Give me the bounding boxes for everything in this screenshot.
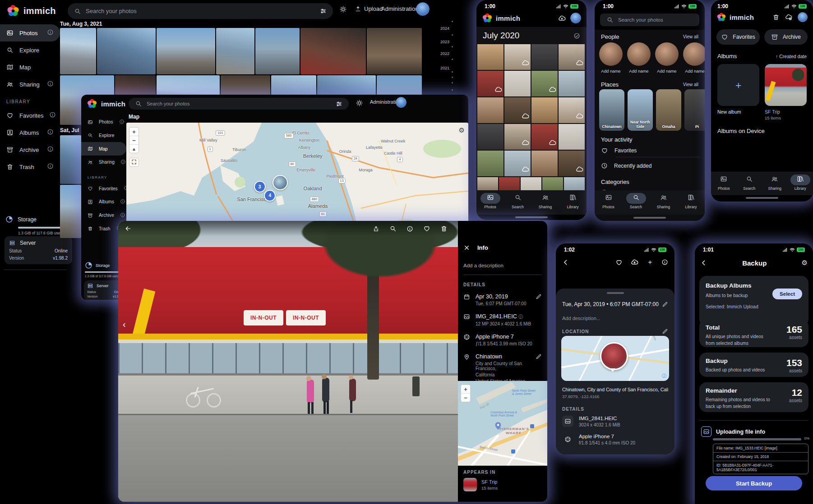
heart-icon[interactable] <box>615 259 623 266</box>
place-card[interactable]: Chinatown <box>599 89 624 131</box>
info-icon[interactable] <box>120 199 125 205</box>
sidebar-item-trash[interactable]: Trash <box>0 158 60 175</box>
photo-thumbnail[interactable] <box>97 28 156 74</box>
person-item[interactable]: Add name <box>655 42 679 78</box>
nav-item-photos[interactable]: Photos <box>476 193 504 209</box>
nav-item-library[interactable]: Library <box>788 174 813 191</box>
user-avatar[interactable] <box>396 97 406 108</box>
photo-thumbnail[interactable] <box>477 71 504 96</box>
info-icon[interactable] <box>47 80 54 88</box>
info-icon[interactable] <box>47 29 54 37</box>
recently-added-row[interactable]: Recently added <box>601 162 698 169</box>
info-icon[interactable] <box>406 225 413 232</box>
scrubber-year[interactable]: 2022 <box>440 51 449 56</box>
theme-toggle-icon[interactable] <box>356 99 363 107</box>
search-input[interactable]: Search your photos <box>129 98 349 110</box>
photo-thumbnail[interactable] <box>504 44 531 70</box>
photo-map-marker[interactable] <box>600 342 628 370</box>
map-cluster-marker[interactable]: 3 <box>254 181 266 192</box>
zoom-out-button[interactable]: − <box>129 136 139 144</box>
photo-thumbnail[interactable] <box>477 97 504 123</box>
nav-item-library[interactable]: Library <box>677 193 705 209</box>
sidebar-item-map[interactable]: Map <box>0 59 60 76</box>
nav-item-search[interactable]: Search <box>622 193 650 209</box>
info-icon[interactable] <box>47 146 54 154</box>
edit-pencil-icon[interactable] <box>662 328 668 334</box>
photo-thumbnail[interactable] <box>531 124 558 150</box>
people-view-all-link[interactable]: View all <box>683 34 698 39</box>
search-input[interactable]: Search your photos <box>600 14 699 26</box>
nav-item-sharing[interactable]: Sharing <box>762 174 788 191</box>
info-icon[interactable] <box>119 119 125 125</box>
detail-location-row[interactable]: Chinatown City and County of San Francis… <box>458 346 547 384</box>
photo-thumbnail[interactable] <box>216 28 254 74</box>
places-view-all-link[interactable]: View all <box>683 82 698 87</box>
appears-in-album[interactable]: SF Trip 15 items <box>463 478 498 491</box>
user-avatar[interactable] <box>416 2 430 16</box>
sidebar-item-sharing[interactable]: Sharing <box>81 156 126 169</box>
sidebar-item-map[interactable]: Map <box>81 142 126 156</box>
photo-thumbnail[interactable] <box>504 97 531 123</box>
sidebar-item-photos[interactable]: Photos <box>81 115 126 129</box>
favorites-button[interactable]: Favorites <box>716 29 760 45</box>
album-tile-sftrip[interactable]: SF Trip 15 items <box>765 64 807 120</box>
sidebar-item-explore[interactable]: Explore <box>0 41 60 59</box>
scrubber-year[interactable]: 2023 <box>440 40 449 44</box>
place-card[interactable]: Near North Side <box>628 89 653 131</box>
photo-thumbnail[interactable] <box>559 124 585 150</box>
compass-button[interactable]: ▲ <box>129 144 139 153</box>
photo-thumbnail[interactable] <box>559 71 585 96</box>
back-icon[interactable] <box>125 225 132 232</box>
add-name-label[interactable]: Add name <box>655 69 679 73</box>
zoom-in-button[interactable]: + <box>129 128 139 136</box>
location-map[interactable]: +− FISHERMAN'SWHARF Beach Street Pier 45… <box>458 381 547 466</box>
select-button[interactable]: Select <box>772 289 802 299</box>
new-album-tile[interactable]: ＋ New album <box>717 64 759 120</box>
info-icon[interactable] <box>120 212 125 219</box>
heart-icon[interactable] <box>423 225 430 232</box>
favorites-row[interactable]: Favorites <box>601 147 698 154</box>
albums-sort-button[interactable]: ↑ Created date <box>776 54 807 59</box>
description-input[interactable]: Add a description <box>458 251 547 268</box>
photo-thumbnail[interactable] <box>531 44 558 70</box>
sidebar-item-photos[interactable]: Photos <box>0 24 60 41</box>
map-settings-gear-icon[interactable]: ⚙ <box>459 126 465 134</box>
select-all-check-icon[interactable] <box>573 32 580 39</box>
nav-item-search[interactable]: Search <box>504 193 531 209</box>
photo-thumbnail[interactable] <box>504 151 531 176</box>
sidebar-item-albums[interactable]: Albums <box>81 195 126 209</box>
nav-item-photos[interactable]: Photos <box>711 174 737 191</box>
photo-thumbnail[interactable] <box>367 28 422 74</box>
edit-pencil-icon[interactable] <box>536 353 542 360</box>
settings-gear-icon[interactable]: ⚙ <box>802 259 808 267</box>
photo-thumbnail[interactable] <box>477 151 504 176</box>
detail-date-row[interactable]: Apr 30, 2019 Tue, 6:07 PM GMT-07:00 <box>458 287 547 306</box>
map-cluster-marker[interactable]: 4 <box>264 190 276 202</box>
photo-thumbnail[interactable] <box>559 44 585 70</box>
photo-thumbnail[interactable] <box>300 28 366 74</box>
filter-icon[interactable] <box>336 101 342 107</box>
photo-thumbnail[interactable] <box>531 97 558 123</box>
zoom-icon[interactable] <box>389 225 397 232</box>
place-card[interactable]: Omaha <box>656 89 681 131</box>
info-icon[interactable] <box>47 128 54 137</box>
map-fullscreen-control[interactable]: ⛶ <box>129 158 139 167</box>
search-input[interactable]: Search your photos <box>68 3 333 19</box>
photo-thumbnail[interactable] <box>531 151 558 176</box>
add-name-label[interactable]: Add name <box>627 69 651 73</box>
archive-button[interactable]: Archive <box>764 29 808 45</box>
info-icon[interactable] <box>47 163 54 171</box>
nav-item-library[interactable]: Library <box>559 193 587 209</box>
theme-toggle-icon[interactable] <box>339 5 347 13</box>
edit-pencil-icon[interactable] <box>662 301 668 307</box>
photo-thumbnail[interactable] <box>60 28 96 74</box>
close-icon[interactable] <box>463 244 470 251</box>
cloud-sync-icon[interactable] <box>558 14 566 22</box>
trash-icon[interactable] <box>772 14 780 21</box>
cloud-backup-icon[interactable] <box>785 14 792 21</box>
nav-item-sharing[interactable]: Sharing <box>531 193 559 209</box>
place-card[interactable]: Pi <box>684 89 705 131</box>
map-zoom-control[interactable]: + − ▲ <box>129 127 139 153</box>
photo-thumbnail[interactable] <box>531 71 558 96</box>
description-input[interactable]: Add description... <box>556 307 674 321</box>
